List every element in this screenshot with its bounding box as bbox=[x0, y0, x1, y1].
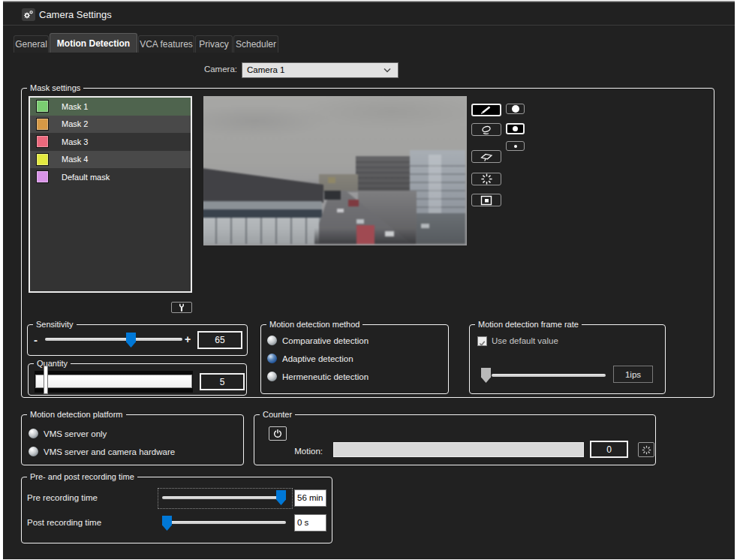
use-default-checkbox[interactable] bbox=[477, 336, 487, 346]
picture-in-picture-button[interactable] bbox=[471, 194, 501, 206]
counter-reset-button[interactable] bbox=[638, 442, 654, 457]
mask-list-item-3[interactable]: Mask 3 bbox=[30, 133, 191, 151]
use-default-label: Use default value bbox=[492, 336, 558, 345]
red-sign bbox=[348, 200, 359, 206]
group-platform: Motion detection platform bbox=[21, 414, 244, 465]
counter-motion-label: Motion: bbox=[263, 447, 323, 456]
radio-label: Comparative detection bbox=[282, 336, 368, 345]
window-frame-top-shade2 bbox=[3, 2, 735, 2]
mask-list-item-5[interactable]: Default mask bbox=[30, 168, 191, 186]
titlebar-separator bbox=[3, 25, 735, 26]
clear-mask-tool-button[interactable] bbox=[471, 150, 501, 163]
group-prepost: Pre- and post recording time bbox=[21, 477, 332, 543]
car-4 bbox=[421, 224, 429, 228]
mask-color-swatch bbox=[36, 135, 49, 148]
counter-power-button[interactable] bbox=[269, 426, 287, 441]
counter-reset-starburst-icon bbox=[642, 445, 651, 455]
pre-recording-value[interactable]: 56 min bbox=[294, 489, 326, 507]
sensitivity-value: 65 bbox=[197, 331, 242, 349]
sensitivity-plus[interactable]: + bbox=[185, 333, 191, 345]
group-prepost-label: Pre- and post recording time bbox=[27, 471, 137, 482]
window-title: Camera Settings bbox=[39, 9, 112, 20]
truck bbox=[324, 191, 341, 200]
group-sensitivity-label: Sensitivity bbox=[33, 319, 77, 330]
power-icon bbox=[272, 429, 283, 439]
clear-mask-icon bbox=[477, 152, 495, 162]
group-counter-label: Counter bbox=[260, 409, 295, 420]
tab-label: Privacy bbox=[199, 39, 228, 50]
car-3 bbox=[385, 231, 394, 236]
post-recording-label: Post recording time bbox=[27, 518, 101, 527]
starburst-icon bbox=[480, 173, 494, 185]
mask-properties-button[interactable] bbox=[171, 302, 192, 313]
brush-size-medium-button[interactable] bbox=[506, 123, 525, 134]
group-method-label: Motion detection method bbox=[266, 319, 362, 330]
group-framerate-label: Motion detection frame rate bbox=[475, 319, 582, 330]
counter-value: 0 bbox=[590, 441, 628, 458]
mask-list-item-2[interactable]: Mask 2 bbox=[30, 116, 191, 134]
wrench-icon bbox=[176, 303, 187, 313]
video-preview[interactable] bbox=[203, 96, 467, 245]
chevron-down-icon bbox=[383, 68, 392, 74]
mid-building-yellow bbox=[328, 177, 335, 183]
mask-name: Default mask bbox=[62, 173, 110, 182]
left-sign-band bbox=[203, 209, 322, 218]
mask-list-item-1[interactable]: Mask 1 bbox=[30, 98, 191, 116]
invalidate-tool-button[interactable] bbox=[471, 173, 501, 185]
brush-size-small-button[interactable] bbox=[506, 141, 525, 151]
tab-privacy[interactable]: Privacy bbox=[195, 35, 233, 53]
tab-vca-features[interactable]: VCA features bbox=[138, 35, 194, 53]
radio-adaptive-detection[interactable] bbox=[267, 354, 277, 363]
left-storefront-cols bbox=[203, 218, 319, 244]
radio-label: VMS server and camera hardware bbox=[44, 447, 175, 456]
radio-vms-server-only[interactable] bbox=[29, 429, 38, 438]
tab-motion-detection[interactable]: Motion Detection bbox=[50, 33, 137, 53]
group-quantity-label: Quantity bbox=[34, 358, 71, 369]
car-2 bbox=[356, 219, 364, 224]
mask-name: Mask 2 bbox=[62, 119, 88, 128]
mask-name: Mask 1 bbox=[62, 102, 88, 111]
right-street bbox=[412, 213, 465, 244]
quantity-slider-bar bbox=[35, 375, 192, 388]
mask-list: Mask 1Mask 2Mask 3Mask 4Default mask bbox=[29, 96, 192, 293]
tab-label: Motion Detection bbox=[57, 38, 130, 49]
sensitivity-minus[interactable]: - bbox=[34, 333, 38, 346]
counter-motion-bar bbox=[333, 442, 584, 457]
quantity-slider-thumb[interactable] bbox=[44, 366, 48, 394]
quantity-value: 5 bbox=[200, 373, 245, 390]
mask-color-swatch bbox=[36, 153, 49, 166]
radio-vms-server-and-camera-hardware[interactable] bbox=[29, 447, 38, 456]
pencil-tool-button[interactable] bbox=[471, 104, 501, 116]
pre-recording-slider-track[interactable] bbox=[162, 496, 286, 499]
camera-label: Camera: bbox=[147, 65, 237, 74]
group-mask-settings-label: Mask settings bbox=[27, 83, 83, 93]
camera-select[interactable]: Camera 1 bbox=[242, 62, 399, 78]
group-framerate: Motion detection frame rate bbox=[469, 324, 666, 394]
tab-scheduler[interactable]: Scheduler bbox=[233, 35, 278, 53]
sensitivity-slider-track[interactable] bbox=[45, 338, 182, 341]
camera-select-value: Camera 1 bbox=[247, 65, 285, 74]
quantity-slider[interactable] bbox=[35, 371, 193, 393]
radio-label: VMS server only bbox=[44, 429, 107, 438]
mask-color-swatch bbox=[36, 118, 49, 131]
mask-name: Mask 3 bbox=[62, 137, 88, 146]
gears-icon bbox=[22, 8, 35, 21]
brush-size-large-dot bbox=[512, 105, 519, 113]
framerate-value: 1ips bbox=[613, 366, 653, 383]
photo-layers bbox=[203, 96, 467, 245]
brush-size-small-dot bbox=[514, 145, 517, 148]
mask-list-item-4[interactable]: Mask 4 bbox=[30, 151, 191, 169]
radio-hermeneutic-detection[interactable] bbox=[267, 372, 277, 381]
mask-color-swatch bbox=[36, 170, 49, 183]
tab-general[interactable]: General bbox=[14, 35, 49, 53]
post-recording-slider-track[interactable] bbox=[162, 521, 286, 524]
radio-comparative-detection[interactable] bbox=[267, 336, 277, 345]
brush-size-large-button[interactable] bbox=[506, 104, 525, 114]
picture-in-picture-icon bbox=[477, 195, 495, 206]
eraser-icon bbox=[477, 125, 495, 135]
pencil-icon bbox=[477, 105, 495, 115]
mask-overlay-red bbox=[356, 225, 375, 244]
eraser-tool-button[interactable] bbox=[471, 123, 501, 136]
post-recording-value[interactable]: 0 s bbox=[294, 514, 326, 531]
radio-label: Adaptive detection bbox=[282, 354, 353, 363]
